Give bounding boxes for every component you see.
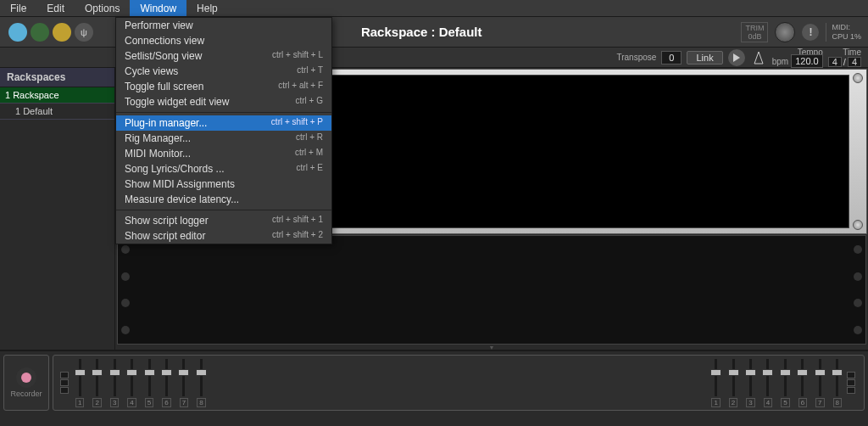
menu-item-shortcut: ctrl + E <box>297 163 323 175</box>
fader-number: 3 <box>746 398 754 407</box>
midi-label: MIDI: <box>832 23 850 31</box>
menu-item[interactable]: MIDI Monitor...ctrl + M <box>116 146 331 161</box>
fader[interactable]: 3 <box>110 359 119 407</box>
menu-item[interactable]: Setlist/Song viewctrl + shift + L <box>116 48 331 64</box>
master-volume-knob[interactable] <box>775 22 795 42</box>
fader-track <box>148 359 151 396</box>
menu-item[interactable]: Song Lyrics/Chords ...ctrl + E <box>116 161 331 177</box>
menu-item[interactable]: Measure device latency... <box>116 192 331 207</box>
variation-item[interactable]: 1 Default <box>0 103 114 120</box>
menu-separator <box>116 112 331 113</box>
fader-number: 5 <box>145 398 153 407</box>
rackspaces-sidebar: Rackspaces 1 Rackspace 1 Default <box>0 68 115 350</box>
fader-handle[interactable] <box>161 369 172 376</box>
fader[interactable]: 6 <box>162 359 170 407</box>
fader-number: 1 <box>75 398 84 407</box>
fader-number: 7 <box>815 398 824 407</box>
menu-item[interactable]: Show MIDI Assignments <box>116 177 331 192</box>
menu-item[interactable]: Connections view <box>116 33 331 48</box>
bpm-value[interactable]: 120.0 <box>791 54 823 68</box>
fader[interactable]: 7 <box>180 359 188 407</box>
fader-bank-left: 12345678 <box>75 359 206 407</box>
trim-label: TRIM <box>745 24 764 32</box>
fader[interactable]: 2 <box>92 359 101 407</box>
menu-item[interactable]: Performer view <box>116 18 331 33</box>
menubar-item-help[interactable]: Help <box>186 0 228 16</box>
fader-handle[interactable] <box>797 369 808 376</box>
recorder-box: Recorder <box>3 355 49 411</box>
menu-item-shortcut: ctrl + shift + 2 <box>272 230 323 242</box>
fader[interactable]: 3 <box>746 359 754 407</box>
fader-handle[interactable] <box>745 369 756 376</box>
menubar-item-options[interactable]: Options <box>75 0 130 16</box>
rack-screw-icon <box>853 73 863 83</box>
fader-number: 4 <box>127 398 136 407</box>
menu-item-label: Measure device latency... <box>125 193 239 205</box>
link-button[interactable]: Link <box>687 51 722 64</box>
fader[interactable]: 4 <box>127 359 136 407</box>
fader-handle[interactable] <box>178 369 189 376</box>
menu-item-shortcut: ctrl + shift + 1 <box>272 215 323 227</box>
menu-item-label: Toggle full screen <box>125 81 203 92</box>
menubar-item-window[interactable]: Window <box>130 0 186 16</box>
record-icon <box>21 373 31 383</box>
fader-track <box>766 359 769 396</box>
fader-handle[interactable] <box>109 369 120 376</box>
menu-item[interactable]: Cycle viewsctrl + T <box>116 64 331 79</box>
fader-handle[interactable] <box>780 369 791 376</box>
fader[interactable]: 2 <box>729 359 737 407</box>
trim-indicator: TRIM 0dB <box>741 22 768 42</box>
side-knob-icon <box>121 272 130 281</box>
fader[interactable]: 6 <box>798 359 807 407</box>
splitter-grip[interactable] <box>115 345 868 350</box>
panel-toggle-3-icon[interactable] <box>53 23 71 42</box>
record-button[interactable] <box>16 367 36 388</box>
menu-item[interactable]: Toggle widget edit viewctrl + G <box>116 94 331 109</box>
fader-handle[interactable] <box>144 369 155 376</box>
menubar: FileEditOptionsWindowHelp <box>0 0 868 17</box>
fader-handle[interactable] <box>196 369 207 376</box>
side-knob-icon <box>121 299 130 307</box>
time-numerator[interactable]: 4 <box>828 57 842 67</box>
fader-handle[interactable] <box>832 369 843 376</box>
fader-handle[interactable] <box>710 369 721 376</box>
menu-item[interactable]: Show script loggerctrl + shift + 1 <box>116 213 331 228</box>
fader[interactable]: 5 <box>781 359 789 407</box>
fader-track <box>732 359 735 396</box>
panel-toggle-1-icon[interactable] <box>8 23 27 42</box>
menu-item[interactable]: Show script editorctrl + shift + 2 <box>116 228 331 244</box>
menu-item[interactable]: Plug-in manager...ctrl + shift + P <box>116 115 331 131</box>
panel-toggle-2-icon[interactable] <box>31 23 49 42</box>
metronome-icon[interactable] <box>750 49 767 66</box>
fader[interactable]: 8 <box>833 359 842 407</box>
fader[interactable]: 4 <box>764 359 772 407</box>
fader[interactable]: 8 <box>197 359 205 407</box>
transpose-value[interactable]: 0 <box>661 51 682 64</box>
fader-handle[interactable] <box>75 369 86 376</box>
menu-item-label: Plug-in manager... <box>125 117 207 129</box>
alert-icon[interactable]: ! <box>802 24 819 41</box>
fader-handle[interactable] <box>815 369 826 376</box>
fader[interactable]: 5 <box>145 359 153 407</box>
fader-handle[interactable] <box>728 369 739 376</box>
fader-track <box>819 359 821 396</box>
rackspace-item[interactable]: 1 Rackspace <box>0 87 114 103</box>
play-button[interactable] <box>728 49 745 66</box>
menu-item-label: Show script logger <box>125 215 209 227</box>
fader[interactable]: 7 <box>815 359 824 407</box>
fader-handle[interactable] <box>92 369 103 376</box>
fader-number: 5 <box>781 398 789 407</box>
time-denominator[interactable]: 4 <box>848 57 861 67</box>
cpu-label: CPU <box>832 32 848 41</box>
rack-panel-bottom[interactable] <box>117 235 866 345</box>
menubar-item-edit[interactable]: Edit <box>36 0 75 16</box>
menubar-item-file[interactable]: File <box>0 0 36 16</box>
menu-item[interactable]: Toggle full screenctrl + alt + F <box>116 79 331 94</box>
menu-item[interactable]: Rig Manager...ctrl + R <box>116 131 331 146</box>
fader-handle[interactable] <box>762 369 773 376</box>
fader[interactable]: 1 <box>711 359 720 407</box>
menu-item-label: Performer view <box>125 20 193 31</box>
fader[interactable]: 1 <box>75 359 84 407</box>
tuner-icon[interactable]: ψ <box>75 23 93 42</box>
fader-handle[interactable] <box>126 369 137 376</box>
